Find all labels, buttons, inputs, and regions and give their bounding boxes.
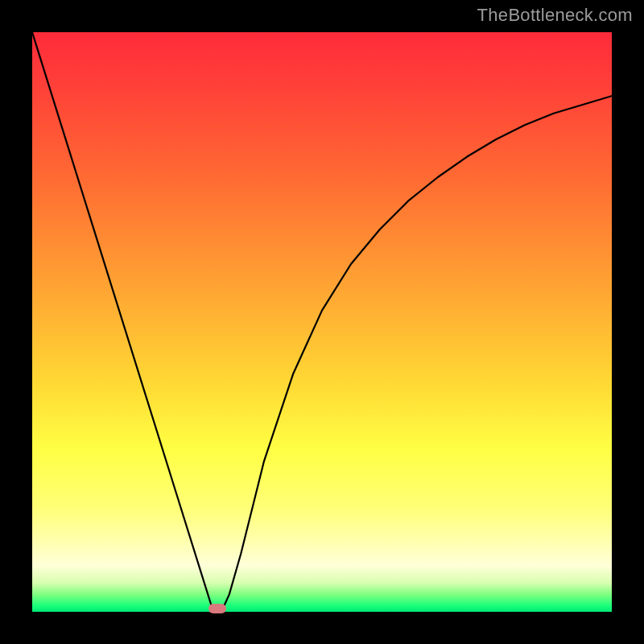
- curve-svg: [32, 32, 612, 612]
- chart-frame: TheBottleneck.com: [0, 0, 644, 644]
- watermark-text: TheBottleneck.com: [477, 5, 633, 26]
- plot-area: [32, 32, 612, 612]
- minimum-marker: [208, 604, 226, 613]
- bottleneck-curve: [32, 32, 612, 611]
